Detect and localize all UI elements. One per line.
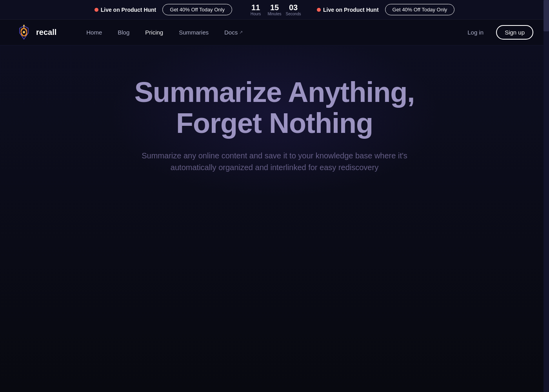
external-link-icon: ↗ [239,30,243,35]
banner-live-right: Live on Product Hunt [317,7,379,13]
nav-item-docs[interactable]: Docs ↗ [218,26,249,39]
login-button[interactable]: Log in [461,26,490,39]
hours-label: Hours [251,12,261,16]
live-indicator-icon-right [317,8,321,12]
minutes-label: Minutes [267,12,281,16]
banner-live-text-right: Live on Product Hunt [323,7,379,13]
banner-right-section: Live on Product Hunt Get 40% Off Today O… [317,4,454,15]
seconds-value: 03 [289,3,298,12]
minutes-unit: 15 Minutes [267,3,282,16]
minutes-value: 15 [270,3,279,12]
svg-point-3 [23,25,25,26]
hero-subtitle: Summarize any online content and save it… [137,150,412,173]
svg-point-2 [23,31,25,33]
hero-content: Summarize Anything, Forget Nothing Summa… [98,77,451,173]
signup-button[interactable]: Sign up [496,25,533,40]
countdown-timer: 11 Hours 15 Minutes 03 Seconds [248,3,301,16]
logo-text: recall [36,28,56,37]
logo-icon [16,24,32,41]
seconds-unit: 03 Seconds [285,3,301,16]
banner-live-text-left: Live on Product Hunt [101,7,156,13]
nav-item-summaries[interactable]: Summaries [173,26,215,39]
banner-left-section: Live on Product Hunt Get 40% Off Today O… [95,4,232,15]
logo-link[interactable]: recall [16,24,56,41]
scrollbar-thumb [544,0,549,31]
hours-unit: 11 Hours [248,3,264,16]
announcement-banner: Live on Product Hunt Get 40% Off Today O… [0,0,549,20]
seconds-label: Seconds [286,12,301,16]
banner-cta-button-right[interactable]: Get 40% Off Today Only [385,4,455,15]
banner-cta-button-left[interactable]: Get 40% Off Today Only [162,4,232,15]
nav-item-pricing[interactable]: Pricing [139,26,169,39]
nav-item-home[interactable]: Home [80,26,108,39]
hero-title: Summarize Anything, Forget Nothing [106,77,443,139]
main-nav: Home Blog Pricing Summaries Docs ↗ [80,26,461,39]
hours-value: 11 [251,3,260,12]
navbar-actions: Log in Sign up [461,25,533,40]
hero-section: Summarize Anything, Forget Nothing Summa… [0,45,549,392]
banner-live-left: Live on Product Hunt [95,7,156,13]
navbar: recall Home Blog Pricing Summaries Docs … [0,20,549,45]
nav-item-blog[interactable]: Blog [111,26,136,39]
live-indicator-icon-left [95,8,98,12]
page-scrollbar[interactable] [544,0,549,392]
